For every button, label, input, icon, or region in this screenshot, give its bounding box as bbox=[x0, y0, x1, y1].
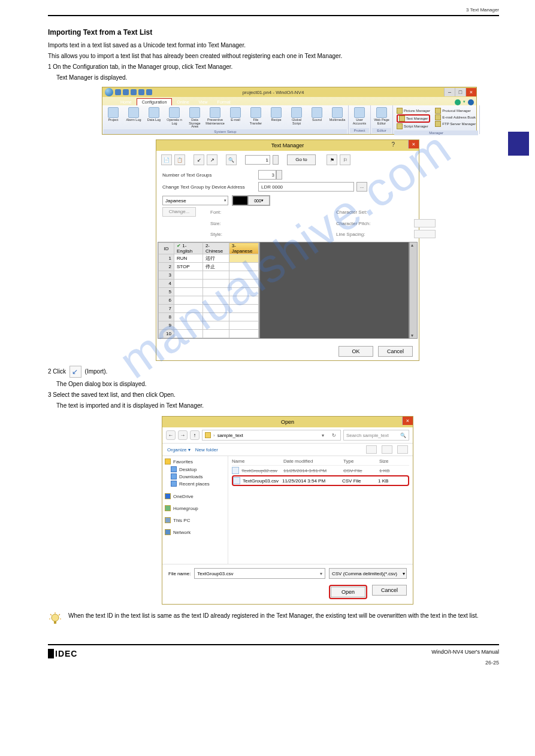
filename-input[interactable]: TextGroup03.csv▾ bbox=[194, 568, 325, 579]
copy-icon[interactable]: 📄 bbox=[161, 154, 172, 165]
global-script-button[interactable]: Global Script bbox=[287, 107, 306, 126]
project-button[interactable]: Project bbox=[104, 107, 123, 123]
qat-icon[interactable] bbox=[146, 89, 152, 95]
breadcrumb-drop-icon[interactable]: ▾ bbox=[319, 433, 327, 438]
newfolder-button[interactable]: New folder bbox=[195, 447, 218, 453]
user-accounts-button[interactable]: User Accounts bbox=[350, 107, 369, 126]
sidebar-favorites[interactable]: Favorites bbox=[165, 459, 225, 464]
col-id[interactable]: ID bbox=[159, 243, 174, 254]
nav-back-button[interactable]: ← bbox=[166, 430, 176, 440]
filetype-combo[interactable]: CSV (Comma delimited)(*.csv) bbox=[329, 568, 407, 579]
find-used-icon[interactable]: ⚑ bbox=[327, 154, 337, 165]
paste-icon[interactable]: 📋 bbox=[174, 154, 185, 165]
col-name[interactable]: Name bbox=[232, 459, 283, 464]
search-input[interactable]: Search sample_text 🔍 bbox=[343, 430, 409, 441]
qat-icon[interactable] bbox=[123, 89, 129, 95]
operation-log-button[interactable]: Operatio n Log bbox=[165, 107, 184, 126]
sidebar-onedrive[interactable]: OneDrive bbox=[165, 493, 225, 499]
sidebar-network[interactable]: Network bbox=[165, 529, 225, 535]
qat-icon[interactable] bbox=[138, 89, 144, 95]
import-icon[interactable]: ↙ bbox=[194, 154, 204, 165]
nav-up-button[interactable]: ↑ bbox=[190, 430, 200, 440]
help-caret-icon[interactable]: ▾ bbox=[463, 99, 466, 105]
breadcrumb-item[interactable]: sample_text bbox=[217, 433, 243, 438]
recipe-button[interactable]: Recipe bbox=[267, 107, 286, 123]
find-unused-icon[interactable]: ⚐ bbox=[340, 154, 350, 165]
language-combo[interactable]: Japanese bbox=[162, 196, 228, 205]
text-manager-button[interactable]: Text Manager bbox=[397, 114, 430, 123]
preventive-button[interactable]: Preventive Maintenance bbox=[205, 107, 225, 126]
script-manager-button[interactable]: Script Manager bbox=[397, 123, 430, 129]
sidebar-desktop[interactable]: Desktop bbox=[165, 466, 225, 473]
col-date[interactable]: Date modified bbox=[283, 459, 343, 464]
file-row-selected[interactable]: TextGroup03.csv 11/25/2014 3:54 PM CSV F… bbox=[232, 475, 409, 486]
alarm-log-button[interactable]: Alarm Log bbox=[124, 107, 143, 123]
col-chinese[interactable]: 2-Chinese bbox=[202, 243, 229, 254]
web-page-editor-button[interactable]: Web Page Editor bbox=[372, 107, 391, 126]
close-button[interactable]: × bbox=[466, 88, 476, 96]
text-table[interactable]: ID ✔ 1-English 2-Chinese 3-Japanese 1RUN… bbox=[158, 242, 259, 339]
charpitch-spin[interactable] bbox=[414, 219, 436, 227]
email-address-book-button[interactable]: E-mail Address Book bbox=[435, 114, 476, 120]
qat-icon[interactable] bbox=[131, 89, 137, 95]
email-button[interactable]: E-mail bbox=[226, 107, 245, 123]
find-icon[interactable]: 🔍 bbox=[226, 154, 237, 165]
device-browse-button[interactable]: ... bbox=[356, 182, 367, 192]
qat-icon[interactable] bbox=[115, 89, 121, 95]
sound-button[interactable]: Sound bbox=[307, 107, 327, 123]
goto-value[interactable]: 1 bbox=[245, 155, 270, 165]
tab-view[interactable]: View bbox=[194, 99, 213, 105]
goto-spinner[interactable] bbox=[273, 155, 279, 165]
help-icon[interactable] bbox=[455, 99, 461, 105]
nav-forward-button[interactable]: → bbox=[178, 430, 188, 440]
data-log-button[interactable]: Data Log bbox=[144, 107, 164, 123]
ftp-manager-button[interactable]: FTP Server Manager bbox=[435, 121, 476, 127]
file-transfer-button[interactable]: File Transfer bbox=[246, 107, 265, 126]
maximize-button[interactable]: □ bbox=[455, 88, 466, 96]
export-icon[interactable]: ↗ bbox=[207, 154, 217, 165]
help-button[interactable] bbox=[397, 445, 408, 454]
tab-format[interactable]: Format bbox=[213, 99, 235, 105]
minimize-button[interactable]: – bbox=[444, 88, 455, 96]
linespacing-spin[interactable] bbox=[414, 230, 436, 238]
col-english[interactable]: ✔ 1-English bbox=[174, 243, 203, 254]
open-button[interactable]: Open bbox=[331, 587, 365, 597]
open-close-button[interactable]: × bbox=[402, 417, 413, 425]
device-address-input[interactable]: LDR 0000 bbox=[258, 182, 354, 192]
picture-manager-button[interactable]: Picture Manager bbox=[397, 108, 430, 114]
sidebar-homegroup[interactable]: Homegroup bbox=[165, 505, 225, 511]
help-icon[interactable]: ? bbox=[391, 141, 395, 148]
view-mode-button[interactable] bbox=[366, 445, 377, 454]
color-combo[interactable]: 000 ▾ bbox=[248, 196, 270, 205]
text-manager-icon bbox=[399, 116, 405, 122]
change-button[interactable]: Change... bbox=[162, 207, 196, 217]
tab-home[interactable]: Home bbox=[116, 99, 137, 105]
protocol-manager-button[interactable]: Protocol Manager bbox=[435, 108, 476, 114]
sidebar-thispc[interactable]: This PC bbox=[165, 517, 225, 523]
view-mode-button[interactable] bbox=[382, 445, 392, 454]
tab-online[interactable]: Online bbox=[172, 99, 194, 105]
breadcrumb[interactable]: › sample_text ▾ ↻ bbox=[202, 430, 341, 441]
refresh-icon[interactable]: ↻ bbox=[330, 433, 338, 438]
sidebar-downloads[interactable]: Downloads bbox=[165, 473, 225, 480]
open-cancel-button[interactable]: Cancel bbox=[372, 585, 407, 596]
file-row[interactable]: TextGroup02.csv 11/25/2014 3:51 PM CSV F… bbox=[232, 466, 409, 475]
data-storage-button[interactable]: Data Storage Area bbox=[185, 107, 204, 129]
help2-icon[interactable] bbox=[468, 99, 474, 105]
num-groups-spinner[interactable] bbox=[276, 170, 282, 180]
sidebar-recent[interactable]: Recent places bbox=[165, 480, 225, 487]
tm-close-button[interactable]: × bbox=[408, 140, 419, 148]
app-orb-icon[interactable] bbox=[105, 88, 113, 96]
multimedia-button[interactable]: Multimedia bbox=[328, 107, 347, 123]
cancel-button[interactable]: Cancel bbox=[378, 346, 413, 357]
col-type[interactable]: Type bbox=[343, 459, 379, 464]
num-groups-value[interactable]: 3 bbox=[258, 170, 276, 180]
col-size[interactable]: Size bbox=[379, 459, 409, 464]
vertical-scrollbar[interactable] bbox=[409, 242, 418, 339]
color-swatch[interactable] bbox=[232, 196, 248, 205]
organize-button[interactable]: Organize ▾ bbox=[167, 447, 191, 453]
tab-configuration[interactable]: Configuration bbox=[137, 98, 173, 105]
ok-button[interactable]: OK bbox=[338, 346, 373, 357]
col-japanese[interactable]: 3-Japanese bbox=[229, 243, 258, 254]
goto-button[interactable]: Go to bbox=[287, 154, 316, 165]
